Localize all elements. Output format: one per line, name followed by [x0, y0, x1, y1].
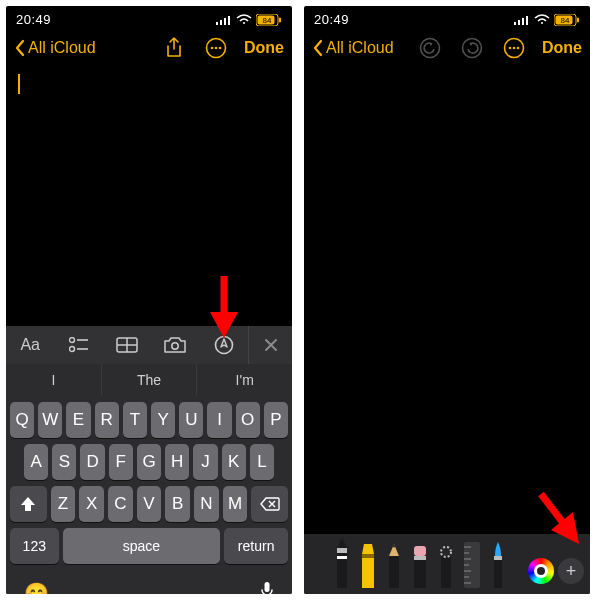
chevron-left-icon [14, 39, 26, 57]
more-ellipsis-icon [205, 37, 227, 59]
svg-point-39 [517, 47, 520, 50]
space-key[interactable]: space [63, 528, 221, 564]
back-button[interactable]: All iCloud [14, 39, 96, 57]
markup-button[interactable] [200, 326, 248, 364]
svg-rect-2 [224, 18, 226, 25]
toolbar-close-button[interactable] [248, 326, 292, 364]
add-tool-button[interactable]: + [558, 558, 584, 584]
checklist-icon [69, 337, 89, 353]
camera-button[interactable] [151, 326, 199, 364]
keyboard-format-toolbar: Aa [6, 326, 292, 364]
keyboard-bottom-bar: 😊 [6, 576, 292, 594]
svg-point-48 [441, 547, 451, 557]
return-key[interactable]: return [224, 528, 288, 564]
prediction-1[interactable]: I [6, 364, 102, 396]
svg-rect-41 [337, 556, 347, 559]
shift-icon [20, 496, 36, 512]
key-r[interactable]: R [95, 402, 119, 438]
back-button[interactable]: All iCloud [312, 39, 394, 57]
more-button[interactable] [500, 34, 528, 62]
share-button[interactable] [160, 34, 188, 62]
key-l[interactable]: L [250, 444, 274, 480]
brush-tool[interactable] [488, 542, 508, 588]
lasso-tool[interactable] [436, 546, 456, 588]
brush-icon [489, 542, 507, 588]
svg-point-11 [215, 47, 218, 50]
emoji-keyboard-button[interactable]: 😊 [24, 581, 49, 594]
eraser-icon [411, 546, 429, 588]
key-o[interactable]: O [236, 402, 260, 438]
marker-tool[interactable] [358, 544, 378, 588]
key-t[interactable]: T [123, 402, 147, 438]
key-m[interactable]: M [223, 486, 248, 522]
key-y[interactable]: Y [151, 402, 175, 438]
back-text: All iCloud [28, 39, 96, 57]
note-editor[interactable] [6, 70, 292, 326]
key-j[interactable]: J [193, 444, 217, 480]
camera-icon [164, 337, 186, 353]
key-d[interactable]: D [80, 444, 104, 480]
back-text: All iCloud [326, 39, 394, 57]
key-a[interactable]: A [24, 444, 48, 480]
key-f[interactable]: F [109, 444, 133, 480]
backspace-key[interactable] [251, 486, 288, 522]
number-mode-key[interactable]: 123 [10, 528, 59, 564]
phone-right: 20:49 84 All iCloud [304, 6, 590, 594]
battery-indicator: 84 [256, 14, 282, 26]
ruler-tool[interactable] [462, 542, 482, 588]
svg-point-13 [69, 338, 74, 343]
shift-key[interactable] [10, 486, 47, 522]
eraser-tool[interactable] [410, 546, 430, 588]
svg-rect-32 [577, 17, 579, 22]
more-button[interactable] [202, 34, 230, 62]
status-bar: 20:49 84 [304, 6, 590, 30]
drawing-canvas[interactable] [304, 70, 590, 534]
key-v[interactable]: V [137, 486, 162, 522]
color-picker-button[interactable] [528, 558, 554, 584]
key-p[interactable]: P [264, 402, 288, 438]
key-h[interactable]: H [165, 444, 189, 480]
key-u[interactable]: U [179, 402, 203, 438]
svg-rect-7 [279, 17, 281, 22]
key-e[interactable]: E [66, 402, 90, 438]
redo-button[interactable] [458, 34, 486, 62]
key-w[interactable]: W [38, 402, 62, 438]
marker-icon [359, 544, 377, 588]
svg-rect-58 [494, 560, 502, 588]
key-n[interactable]: N [194, 486, 219, 522]
key-x[interactable]: X [79, 486, 104, 522]
selected-color-dot [534, 564, 548, 578]
undo-button[interactable] [416, 34, 444, 62]
done-button[interactable]: Done [244, 39, 284, 57]
svg-rect-22 [265, 582, 270, 592]
done-button[interactable]: Done [542, 39, 582, 57]
key-s[interactable]: S [52, 444, 76, 480]
table-button[interactable] [103, 326, 151, 364]
text-cursor [18, 74, 20, 94]
key-g[interactable]: G [137, 444, 161, 480]
key-c[interactable]: C [108, 486, 133, 522]
microphone-icon [260, 581, 274, 595]
key-z[interactable]: Z [51, 486, 76, 522]
signal-icon [216, 15, 232, 25]
more-ellipsis-icon [503, 37, 525, 59]
status-right: 84 [514, 14, 580, 26]
pen-tool[interactable] [332, 538, 352, 588]
svg-rect-57 [494, 556, 502, 560]
prediction-2[interactable]: The [102, 364, 198, 396]
dictation-button[interactable] [260, 581, 274, 595]
key-b[interactable]: B [165, 486, 190, 522]
key-q[interactable]: Q [10, 402, 34, 438]
checklist-button[interactable] [54, 326, 102, 364]
svg-rect-47 [441, 556, 451, 588]
pencil-tool[interactable] [384, 544, 404, 588]
svg-point-4 [243, 22, 245, 24]
svg-point-12 [219, 47, 222, 50]
key-k[interactable]: K [222, 444, 246, 480]
key-i[interactable]: I [207, 402, 231, 438]
pen-icon [333, 538, 351, 588]
prediction-3[interactable]: I'm [197, 364, 292, 396]
text-format-button[interactable]: Aa [6, 326, 54, 364]
status-right: 84 [216, 14, 282, 26]
svg-rect-28 [526, 16, 528, 25]
